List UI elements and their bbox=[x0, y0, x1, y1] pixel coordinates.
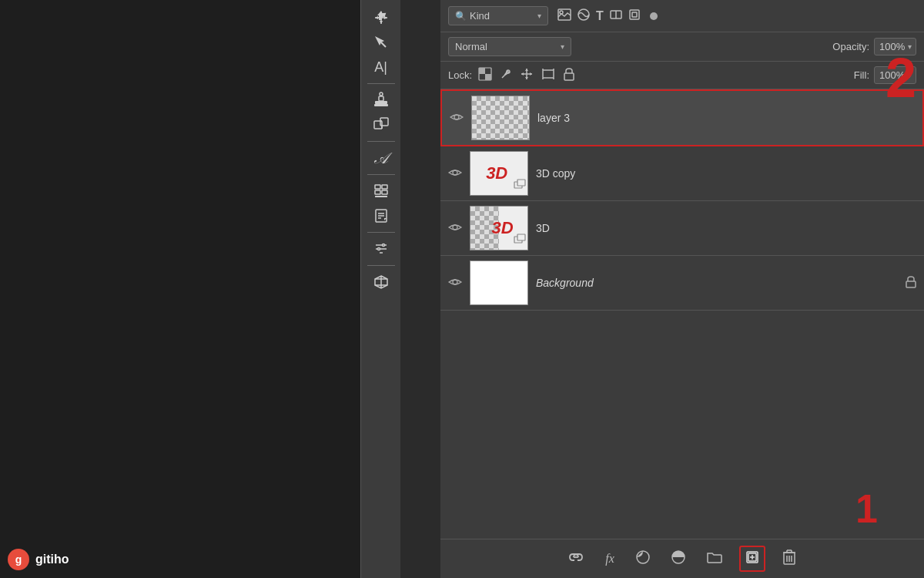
cube-tool-icon[interactable] bbox=[367, 271, 395, 294]
3d-name: 3D bbox=[536, 222, 916, 234]
image-filter-icon[interactable] bbox=[557, 8, 571, 23]
svg-marker-49 bbox=[525, 77, 528, 79]
new-fill-icon[interactable] bbox=[631, 547, 654, 570]
svg-point-62 bbox=[453, 225, 457, 230]
eye-icon-3dcopy[interactable] bbox=[448, 166, 462, 180]
svg-point-58 bbox=[454, 115, 459, 119]
shape-filter-icon[interactable] bbox=[610, 8, 622, 23]
3dcopy-thumbnail: 3D bbox=[470, 151, 528, 196]
svg-rect-12 bbox=[374, 104, 388, 106]
svg-rect-19 bbox=[375, 190, 380, 194]
fill-row: Fill: 100% ▾ bbox=[854, 66, 916, 84]
svg-point-59 bbox=[453, 170, 457, 175]
adjustment-icon[interactable] bbox=[667, 547, 690, 570]
toolbar-divider-2 bbox=[367, 141, 395, 142]
filter-row: 🔍 Kind ▾ T bbox=[440, 0, 924, 32]
logo-area: g gitiho bbox=[8, 549, 69, 570]
3d-thumbnail: 3D bbox=[470, 206, 528, 250]
svg-rect-40 bbox=[630, 10, 639, 19]
fill-value: 100% bbox=[879, 69, 905, 81]
background-lock-icon bbox=[906, 276, 916, 291]
stamp-tool-icon[interactable] bbox=[367, 89, 395, 112]
lock-icons bbox=[478, 67, 575, 83]
svg-point-65 bbox=[453, 280, 457, 284]
svg-rect-10 bbox=[379, 96, 383, 101]
smart-filter-icon[interactable] bbox=[628, 8, 641, 23]
kind-dropdown[interactable]: 🔍 Kind ▾ bbox=[448, 6, 548, 25]
background-white bbox=[470, 261, 527, 304]
layer3-checker bbox=[472, 96, 529, 139]
text-tool-icon[interactable]: A| bbox=[367, 55, 395, 79]
layer-item-3d[interactable]: 3D 3D bbox=[440, 201, 924, 256]
3dcopy-3d-text: 3D bbox=[486, 163, 507, 183]
folder-icon[interactable] bbox=[702, 548, 727, 570]
search-icon: 🔍 bbox=[455, 11, 467, 22]
lock-artboard-icon[interactable] bbox=[541, 68, 555, 82]
logo-icon: g bbox=[8, 549, 29, 570]
toolbar-divider-1 bbox=[367, 83, 395, 84]
svg-rect-43 bbox=[479, 68, 485, 74]
svg-rect-64 bbox=[517, 234, 525, 240]
3d-3d-text: 3D bbox=[492, 218, 514, 238]
svg-rect-61 bbox=[517, 180, 525, 186]
lock-transparent-icon[interactable] bbox=[478, 67, 492, 83]
adjustment-filter-icon[interactable] bbox=[578, 8, 590, 23]
settings-tool-icon[interactable] bbox=[367, 237, 395, 260]
eye-icon-background[interactable] bbox=[448, 276, 462, 290]
filter-icons: T bbox=[557, 8, 658, 23]
link-icon[interactable] bbox=[564, 548, 588, 570]
toolbar-divider-3 bbox=[367, 174, 395, 175]
svg-rect-21 bbox=[375, 196, 387, 197]
svg-rect-20 bbox=[382, 190, 387, 194]
blend-dropdown-arrow: ▾ bbox=[561, 42, 564, 51]
note-tool-icon[interactable] bbox=[367, 204, 395, 227]
kind-label: Kind bbox=[470, 10, 490, 22]
layer-item-layer3[interactable]: layer 3 bbox=[440, 89, 924, 146]
layer-item-background[interactable]: Background bbox=[440, 256, 924, 311]
blend-mode-row: Normal ▾ Opacity: 100% ▾ bbox=[440, 32, 924, 62]
svg-rect-57 bbox=[564, 73, 574, 80]
canvas-area: g gitiho A| bbox=[0, 0, 400, 578]
lock-image-icon[interactable] bbox=[500, 68, 512, 82]
move-tool-icon[interactable] bbox=[367, 6, 395, 29]
svg-line-8 bbox=[381, 42, 386, 47]
lock-position-icon[interactable] bbox=[520, 67, 534, 83]
fill-dropdown-arrow: ▾ bbox=[908, 71, 912, 79]
filter-dot bbox=[650, 12, 658, 20]
new-layer-icon[interactable] bbox=[739, 546, 765, 572]
svg-marker-5 bbox=[380, 21, 383, 24]
lock-row: Lock: bbox=[440, 62, 924, 89]
fx-icon[interactable]: fx bbox=[601, 549, 619, 569]
type-art-icon[interactable]: 𝒜 bbox=[367, 146, 395, 170]
layer-item-3dcopy[interactable]: 3D 3D copy bbox=[440, 146, 924, 201]
opacity-input[interactable]: 100% ▾ bbox=[874, 38, 916, 55]
svg-marker-1 bbox=[377, 11, 383, 20]
lock-all-icon[interactable] bbox=[563, 67, 575, 83]
text-filter-icon[interactable]: T bbox=[596, 9, 604, 23]
lock-label: Lock: bbox=[448, 69, 472, 81]
opacity-value: 100% bbox=[879, 41, 905, 52]
layers-panel: 🔍 Kind ▾ T bbox=[440, 0, 924, 578]
toolbar-divider-5 bbox=[367, 265, 395, 266]
blend-mode-dropdown[interactable]: Normal ▾ bbox=[448, 37, 571, 56]
selection-tool-icon[interactable] bbox=[367, 31, 395, 54]
delete-icon[interactable] bbox=[778, 546, 801, 571]
opacity-dropdown-arrow: ▾ bbox=[908, 42, 912, 51]
3dcopy-3d-icon bbox=[514, 179, 526, 193]
svg-marker-0 bbox=[377, 10, 387, 21]
blend-mode-label: Normal bbox=[455, 41, 487, 52]
svg-marker-7 bbox=[384, 16, 387, 19]
fill-input[interactable]: 100% ▾ bbox=[874, 66, 916, 84]
eye-icon-3d[interactable] bbox=[448, 221, 462, 235]
svg-point-30 bbox=[377, 248, 380, 250]
svg-rect-41 bbox=[632, 12, 637, 17]
grid-tool-icon[interactable] bbox=[367, 180, 395, 203]
eye-icon-layer3[interactable] bbox=[450, 111, 464, 125]
svg-rect-52 bbox=[543, 70, 554, 78]
svg-rect-17 bbox=[375, 185, 380, 189]
svg-point-68 bbox=[637, 551, 649, 563]
3d-tool-icon[interactable] bbox=[367, 113, 395, 136]
svg-marker-48 bbox=[525, 69, 528, 71]
background-name: Background bbox=[536, 277, 898, 289]
svg-point-11 bbox=[380, 92, 383, 96]
